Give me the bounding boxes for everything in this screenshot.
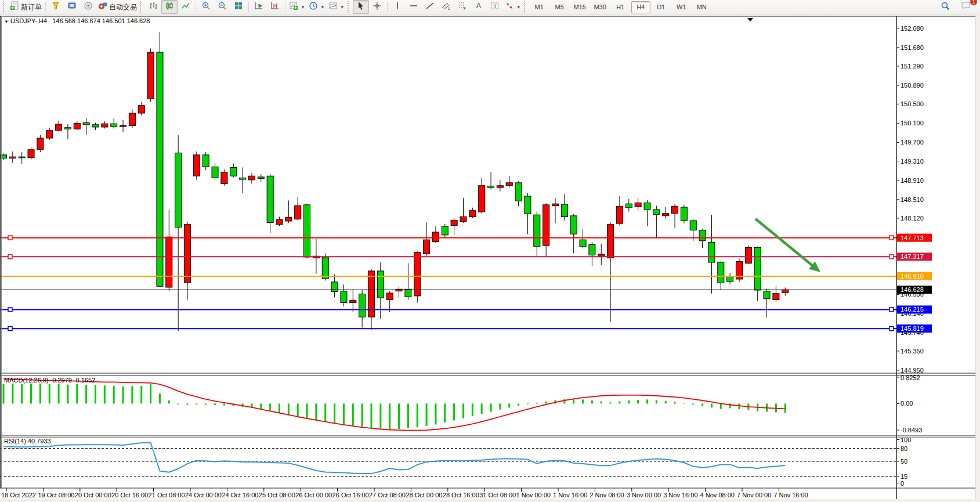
text-label-button[interactable]: T <box>487 0 503 14</box>
new-order-button[interactable]: 新订单 <box>8 0 44 14</box>
timeframe-button-m15[interactable]: M15 <box>570 1 590 13</box>
candle-body <box>607 225 614 258</box>
macd-histogram-bar <box>720 403 722 409</box>
templates-button[interactable]: ▼ <box>327 0 346 14</box>
candlestick-icon <box>165 1 174 13</box>
signals-button[interactable] <box>80 0 96 14</box>
line-handle-marker[interactable] <box>8 327 12 331</box>
candle-body <box>386 293 393 300</box>
time-axis-label: 28 Oct 00:00 <box>406 492 442 499</box>
time-axis-label: 18 Oct 2022 <box>1 492 36 499</box>
collapse-triangle-icon[interactable]: ▼ <box>4 19 9 24</box>
timeframe-button-w1[interactable]: W1 <box>672 1 691 13</box>
chart-canvas[interactable]: 152.080151.680151.290150.890150.500150.1… <box>0 15 980 502</box>
timeframe-button-h4[interactable]: H4 <box>631 1 650 13</box>
candle-body <box>570 216 577 234</box>
zoom-in-button[interactable] <box>198 0 214 14</box>
periods-button[interactable]: ▼ <box>307 0 327 14</box>
chart-title: ▼ USDJPY-,H4 146.568 146.674 146.501 146… <box>4 17 150 24</box>
price-axis-tick-label: 149.700 <box>901 139 924 146</box>
macd-histogram-bar <box>371 403 373 428</box>
auto-scroll-icon <box>270 1 280 13</box>
candle-body <box>534 215 540 247</box>
price-axis-tick-label: 148.510 <box>901 196 924 203</box>
toolbar-separator <box>387 2 388 12</box>
svg-text:E: E <box>448 7 450 10</box>
crosshair-button[interactable] <box>369 0 385 14</box>
candle-body <box>157 52 163 286</box>
market-watch-button[interactable] <box>48 0 64 14</box>
candlestick-chart-button[interactable] <box>161 0 178 14</box>
line-handle-marker[interactable] <box>8 255 12 259</box>
candle-body <box>258 177 264 178</box>
toolbar-drag-handle[interactable] <box>3 1 7 13</box>
line-handle-marker[interactable] <box>889 255 894 259</box>
candle-body <box>469 211 476 217</box>
time-axis-label: 1 Nov 00:00 <box>516 492 551 499</box>
macd-histogram-bar <box>30 384 32 403</box>
candle-body <box>221 172 227 184</box>
timeframe-button-mn[interactable]: MN <box>692 1 711 13</box>
notifications-button[interactable]: 1 <box>958 0 974 14</box>
cursor-button[interactable] <box>353 0 369 14</box>
timeframe-button-m5[interactable]: M5 <box>550 1 569 13</box>
equidistant-channel-button[interactable]: E <box>438 0 454 14</box>
toolbar-drag-handle[interactable] <box>348 1 352 13</box>
macd-histogram-bar <box>518 403 519 406</box>
candle-body <box>377 271 384 298</box>
candle-body <box>635 203 641 207</box>
toolbar-drag-handle[interactable] <box>524 1 528 13</box>
trendline-button[interactable] <box>422 0 438 14</box>
macd-histogram-bar <box>76 384 78 403</box>
line-handle-marker[interactable] <box>889 327 894 331</box>
macd-histogram-bar <box>178 403 179 405</box>
toolbar-drag-handle[interactable] <box>140 1 144 13</box>
candle-body <box>718 262 724 283</box>
data-window-icon <box>67 1 77 13</box>
timeframe-button-h1[interactable]: H1 <box>611 1 630 13</box>
candle-body <box>166 237 172 287</box>
line-handle-marker[interactable] <box>889 308 894 312</box>
auto-scroll-button[interactable] <box>267 0 283 14</box>
line-handle-marker[interactable] <box>889 236 894 240</box>
candle-body <box>147 52 154 99</box>
line-handle-marker[interactable] <box>8 236 12 240</box>
line-handle-marker[interactable] <box>8 308 12 312</box>
macd-histogram-bar <box>573 399 574 403</box>
text-button[interactable]: A <box>471 0 487 14</box>
bar-chart-icon <box>149 1 158 13</box>
candle-body <box>230 167 237 176</box>
price-axis-tick-label: 149.310 <box>901 158 924 165</box>
vertical-line-button[interactable] <box>389 0 406 14</box>
arrows-button[interactable]: ▼ <box>503 0 523 14</box>
timeframe-button-m30[interactable]: M30 <box>591 1 610 13</box>
fibonacci-icon: F <box>458 1 467 13</box>
add-indicator-button[interactable]: ▼ <box>287 0 307 14</box>
candle-body <box>322 257 328 279</box>
zoom-out-button[interactable] <box>214 0 230 14</box>
timeframe-button-m1[interactable]: M1 <box>530 1 549 13</box>
horizontal-line-button[interactable] <box>406 0 422 14</box>
scroll-to-end-icon <box>254 1 263 13</box>
rsi-axis-label: 15 <box>901 473 907 480</box>
price-axis-tick-label: 150.100 <box>901 120 924 127</box>
toolbar-separator <box>45 2 46 12</box>
candle-body <box>506 183 512 186</box>
candle-body <box>552 204 559 205</box>
search-button[interactable] <box>937 0 953 14</box>
main-toolbar: 新订单 自动交易 <box>0 0 980 15</box>
scroll-to-end-button[interactable] <box>251 0 267 14</box>
line-chart-button[interactable] <box>178 0 194 14</box>
macd-histogram-bar <box>536 403 538 404</box>
price-level-badge-label: 145.819 <box>901 325 924 332</box>
autotrading-button[interactable]: 自动交易 <box>96 0 139 14</box>
data-window-button[interactable] <box>64 0 80 14</box>
candle-body <box>773 294 779 300</box>
candle-body <box>175 153 182 227</box>
fibonacci-button[interactable]: F <box>454 0 471 14</box>
timeframe-button-d1[interactable]: D1 <box>652 1 671 13</box>
time-axis-label: 1 Nov 16:00 <box>553 492 587 499</box>
tile-windows-button[interactable] <box>230 0 247 14</box>
bar-chart-button[interactable] <box>145 0 161 14</box>
macd-histogram-bar <box>95 385 96 404</box>
